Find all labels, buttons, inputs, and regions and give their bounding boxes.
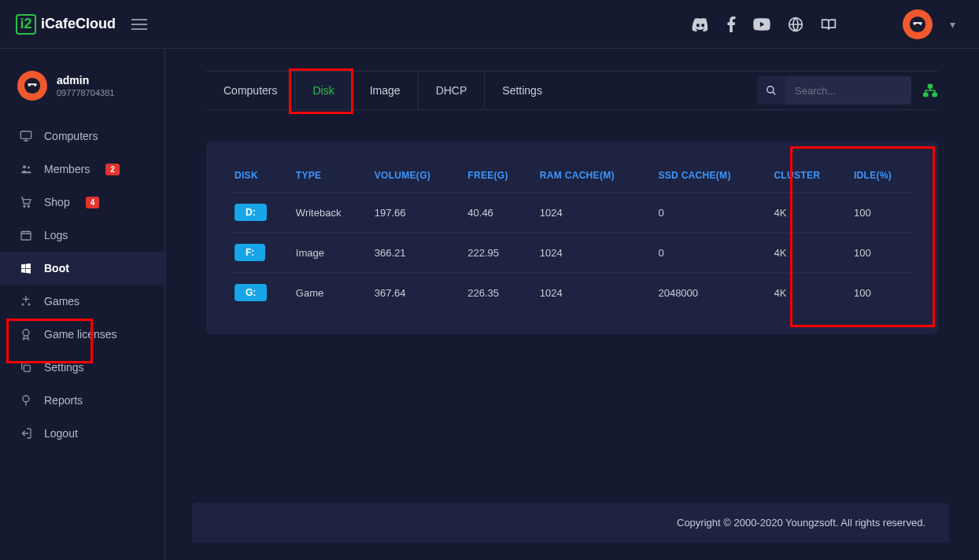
svg-point-8 [23,165,26,168]
copy-icon [19,361,33,374]
cell-type: Image [290,233,368,273]
th-ramcache[interactable]: RAM CACHE(M) [534,159,652,193]
discord-icon[interactable] [692,17,709,31]
sidebar-item-computers[interactable]: Computers [0,120,164,153]
cell-free: 40.46 [461,193,534,233]
cell-cluster: 4K [767,273,848,313]
sidebar-item-boot[interactable]: Boot [0,252,164,285]
badge: 2 [105,164,120,175]
cell-free: 226.35 [461,273,534,313]
sidebar-item-shop[interactable]: Shop 4 [0,186,164,219]
sidebar-item-settings[interactable]: Settings [0,351,164,384]
cell-idle: 100 [848,233,916,273]
tab-disk[interactable]: Disk [295,72,352,109]
svg-point-16 [767,87,774,93]
user-avatar[interactable] [903,9,933,39]
youtube-icon[interactable] [753,18,770,31]
svg-point-4 [24,78,40,94]
cell-ram: 1024 [534,273,652,313]
logo-badge: i2 [16,14,36,35]
tab-image[interactable]: Image [353,72,419,109]
disk-chip: G: [235,284,267,301]
cell-type: Writeback [290,193,368,233]
reports-icon [19,394,33,407]
main: Computers Disk Image DHCP Settings DISK [165,49,979,560]
brand-name: iCafeCloud [41,16,116,32]
sidebar-item-logout[interactable]: Logout [0,417,164,450]
th-ssdcache[interactable]: SSD CACHE(M) [652,159,767,193]
disk-chip: D: [235,204,267,221]
cell-ssd: 2048000 [652,273,767,313]
svg-point-10 [24,205,25,207]
cell-free: 222.95 [461,233,534,273]
table-row[interactable]: G: Game 367.64 226.35 1024 2048000 4K 10… [228,273,916,313]
cell-ram: 1024 [534,193,652,233]
search-wrap [757,76,911,105]
footer: Copyright © 2000-2020 Youngzsoft. All ri… [192,503,949,543]
svg-rect-17 [929,85,933,88]
sidebar-item-logs[interactable]: Logs [0,219,164,252]
th-cluster[interactable]: CLUSTER [767,159,848,193]
svg-point-1 [910,16,925,31]
monitor-icon [19,130,33,142]
sidebar-item-label: Logs [44,229,68,241]
th-volume[interactable]: VOLUME(G) [368,159,462,193]
menu-toggle-icon[interactable] [131,19,147,30]
user-name: admin [57,74,114,87]
svg-point-9 [28,167,30,169]
brand-logo[interactable]: i2 iCafeCloud [16,14,116,35]
sidebar-item-members[interactable]: Members 2 [0,153,164,186]
cell-cluster: 4K [767,193,848,233]
disk-table-card: DISK TYPE VOLUME(G) FREE(G) RAM CACHE(M)… [206,142,938,334]
logout-icon [19,427,33,440]
tab-dhcp[interactable]: DHCP [419,72,486,109]
svg-point-13 [23,330,29,336]
sidenav: Computers Members 2 Shop 4 Logs Boot Gam… [0,120,164,450]
sidebar: admin 097778704381 Computers Members 2 S… [0,49,165,560]
th-idle[interactable]: IDLE(%) [848,159,916,193]
cell-type: Game [290,273,368,313]
badge: 4 [86,197,100,208]
network-icon[interactable] [922,83,938,98]
sidebar-item-label: Game licenses [44,328,117,341]
svg-rect-7 [20,131,31,138]
sidebar-item-label: Computers [44,130,98,142]
sidebar-item-reports[interactable]: Reports [0,384,164,417]
chevron-down-icon[interactable]: ▾ [950,18,955,31]
sidebar-item-label: Members [44,163,90,175]
cell-ssd: 0 [652,193,767,233]
people-icon [19,163,33,175]
globe-icon[interactable] [788,17,804,32]
table-row[interactable]: F: Image 366.21 222.95 1024 0 4K 100 [228,233,916,273]
windows-icon [19,262,33,274]
user-avatar-sidebar [17,71,47,101]
sidebar-item-game-licenses[interactable]: Game licenses [0,318,164,351]
th-type[interactable]: TYPE [290,159,368,193]
search-button[interactable] [757,76,785,105]
cart-icon [19,196,33,208]
tab-computers[interactable]: Computers [206,72,295,109]
sidebar-item-label: Games [44,295,79,308]
facebook-icon[interactable] [726,17,736,32]
tab-settings[interactable]: Settings [485,72,560,109]
sidebar-item-label: Shop [44,196,70,208]
cell-volume: 366.21 [368,233,462,273]
cell-ssd: 0 [652,233,767,273]
svg-rect-18 [924,93,928,96]
user-id: 097778704381 [57,88,114,98]
table-row[interactable]: D: Writeback 197.66 40.46 1024 0 4K 100 [228,193,916,233]
user-block[interactable]: admin 097778704381 [0,63,164,115]
book-icon[interactable] [821,17,837,31]
th-disk[interactable]: DISK [228,159,290,193]
cell-volume: 367.64 [368,273,462,313]
sidebar-item-label: Logout [44,427,78,440]
search-input[interactable] [785,76,911,105]
th-free[interactable]: FREE(G) [461,159,534,193]
cell-volume: 197.66 [368,193,462,233]
sidebar-item-games[interactable]: Games [0,285,164,318]
disk-chip: F: [235,244,265,261]
svg-rect-12 [21,231,31,240]
cell-ram: 1024 [534,233,652,273]
sidebar-item-label: Reports [44,394,83,407]
svg-point-15 [23,396,29,402]
